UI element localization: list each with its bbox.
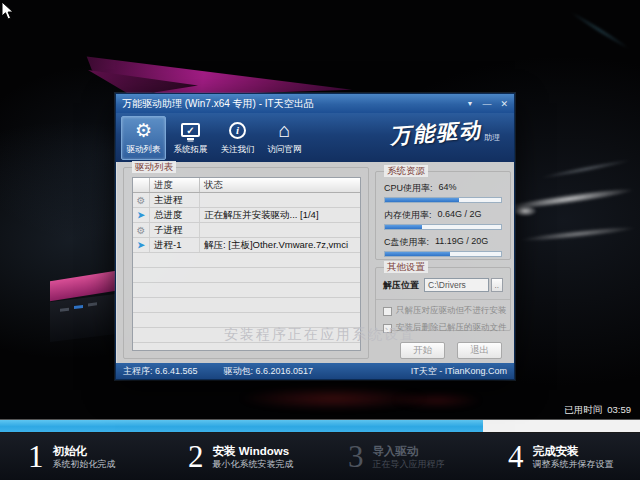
- column-header-progress: 进度: [150, 178, 200, 192]
- gear-icon: ⚙: [133, 223, 150, 237]
- brand-suffix: 助理: [484, 133, 500, 142]
- elapsed-time-label: 已用时间: [564, 404, 602, 415]
- empty-row: [133, 328, 360, 343]
- install-progress-fill: [0, 420, 483, 432]
- wallpaper-taillight-glow: [392, 392, 482, 408]
- arrow-icon: ➤: [133, 238, 150, 252]
- extract-path-input[interactable]: C:\Drivers: [424, 278, 489, 292]
- row-progress: 主进程: [150, 193, 200, 207]
- table-row[interactable]: ⚙ 子进程: [133, 223, 360, 238]
- arrow-icon: ➤: [133, 208, 150, 222]
- gear-icon: ⚙: [133, 193, 150, 207]
- toolbar-label: 驱动列表: [127, 144, 161, 156]
- checkbox-delete-after[interactable]: 安装后删除已解压的驱动文件: [383, 322, 503, 334]
- metric-value: 0.64G / 2G: [438, 209, 482, 222]
- step-install-windows: 2 安装 Windows 最小化系统安装完成: [160, 441, 320, 472]
- toolbar: ⚙ 驱动列表 ✓ 系统拓展 i 关注我们 ⌂ 访问官网 万能驱动助理: [116, 113, 514, 162]
- install-steps-bar: 1 初始化 系统初始化完成 2 安装 Windows 最小化系统安装完成 3 导…: [0, 433, 640, 480]
- toolbar-item-system-expand[interactable]: ✓ 系统拓展: [168, 116, 213, 160]
- laptop-usb-port: [74, 305, 83, 309]
- install-progress-bar: [0, 419, 640, 433]
- elapsed-time: 已用时间03:59: [564, 404, 631, 417]
- step-number: 2: [188, 441, 204, 472]
- table-row[interactable]: ➤ 进程-1 解压: [主板]Other.Vmware.7z,vmci: [133, 238, 360, 253]
- progress-table: 进度 状态 ⚙ 主进程 ➤ 总进度 正在解压并安装驱动... [1/4]: [132, 177, 361, 351]
- toolbar-item-visit-website[interactable]: ⌂ 访问官网: [262, 116, 307, 160]
- group-title: 驱动列表: [132, 161, 176, 173]
- table-row[interactable]: ➤ 总进度 正在解压并安装驱动... [1/4]: [133, 208, 360, 223]
- close-button[interactable]: ✕: [500, 99, 508, 109]
- row-progress: 总进度: [150, 208, 200, 222]
- exit-button[interactable]: 退出: [457, 342, 502, 359]
- step-title: 初始化: [53, 444, 116, 458]
- column-header-status: 状态: [200, 179, 360, 192]
- step-initialize: 1 初始化 系统初始化完成: [0, 441, 160, 472]
- row-progress: 进程-1: [150, 238, 200, 252]
- toolbar-item-follow-us[interactable]: i 关注我们: [215, 116, 260, 160]
- wallpaper-light-streak: [569, 10, 631, 51]
- disk-metric: C盘使用率: 11.19G / 20G: [384, 236, 502, 257]
- group-title: 其他设置: [384, 261, 428, 273]
- empty-row: [133, 253, 360, 268]
- group-title: 系统资源: [384, 165, 428, 177]
- cpu-metric: CPU使用率: 64%: [384, 182, 502, 203]
- memory-usage-bar: [384, 224, 502, 230]
- row-status: 解压: [主板]Other.Vmware.7z,vmci: [200, 239, 360, 252]
- step-title: 导入驱动: [373, 444, 445, 458]
- toolbar-label: 系统拓展: [174, 144, 208, 156]
- toolbar-item-driver-list[interactable]: ⚙ 驱动列表: [121, 116, 166, 160]
- step-title: 完成安装: [533, 444, 614, 458]
- checkbox-icon[interactable]: [383, 307, 392, 316]
- wallpaper-headlight-glow: [512, 205, 538, 217]
- table-row[interactable]: ⚙ 主进程: [133, 193, 360, 208]
- empty-row: [133, 313, 360, 328]
- cpu-usage-bar: [384, 197, 502, 203]
- checkbox-label: 只解压对应驱动但不进行安装: [396, 305, 507, 317]
- toolbar-label: 访问官网: [268, 144, 302, 156]
- wallpaper-laptop-body: [50, 294, 116, 342]
- statusbar: 主程序: 6.6.41.565 驱动包: 6.6.2016.0517 IT天空 …: [116, 363, 514, 379]
- step-subtitle: 系统初始化完成: [53, 458, 116, 470]
- toolbar-label: 关注我们: [221, 144, 255, 156]
- home-icon: ⌂: [278, 117, 290, 143]
- metric-label: 内存使用率:: [384, 209, 432, 222]
- row-progress: 子进程: [150, 223, 200, 237]
- driver-package-version: 驱动包: 6.6.2016.0517: [224, 365, 314, 378]
- minimize-button[interactable]: —: [482, 99, 491, 109]
- browse-button[interactable]: ..: [491, 278, 503, 292]
- dialog-body: 驱动列表 进度 状态 ⚙ 主进程 ➤ 总进度 正在解: [116, 162, 514, 363]
- wallpaper-car-highlight: [540, 157, 631, 180]
- checkbox-icon[interactable]: [383, 324, 392, 333]
- empty-row: [133, 268, 360, 283]
- step-number: 3: [348, 441, 364, 472]
- checkbox-extract-only[interactable]: 只解压对应驱动但不进行安装: [383, 305, 503, 317]
- desktop: 安装程序正在应用系统设置 万能驱动助理 (Win7.x64 专用) - IT天空…: [0, 0, 640, 480]
- divider: [376, 299, 510, 300]
- step-number: 4: [508, 441, 524, 472]
- step-subtitle: 最小化系统安装完成: [213, 458, 294, 470]
- window-controls: ▼ — ✕: [467, 99, 508, 109]
- empty-row: [133, 283, 360, 298]
- main-program-version: 主程序: 6.6.41.565: [123, 365, 198, 378]
- system-resources-group: 系统资源 CPU使用率: 64% 内存使用率: 0.64G / 2G: [375, 171, 511, 260]
- step-subtitle: 正在导入应用程序: [373, 458, 445, 470]
- metric-value: 11.19G / 20G: [435, 236, 488, 249]
- info-icon: i: [229, 117, 246, 143]
- driver-list-group: 驱动列表 进度 状态 ⚙ 主进程 ➤ 总进度 正在解: [123, 167, 369, 359]
- monitor-check-icon: ✓: [181, 117, 200, 143]
- table-header: 进度 状态: [133, 178, 360, 193]
- row-status: 正在解压并安装驱动... [1/4]: [200, 209, 360, 222]
- disk-usage-bar: [384, 251, 502, 257]
- step-number: 1: [28, 441, 44, 472]
- step-title: 安装 Windows: [213, 444, 294, 458]
- metric-value: 64%: [439, 182, 457, 195]
- checkbox-label: 安装后删除已解压的驱动文件: [396, 322, 507, 334]
- brand-text: 万能驱动: [389, 116, 483, 150]
- step-import-drivers: 3 导入驱动 正在导入应用程序: [320, 441, 480, 472]
- start-button[interactable]: 开始: [400, 342, 445, 359]
- driver-assistant-window: 万能驱动助理 (Win7.x64 专用) - IT天空出品 ▼ — ✕ ⚙ 驱动…: [115, 93, 515, 380]
- memory-metric: 内存使用率: 0.64G / 2G: [384, 209, 502, 230]
- chevron-down-icon[interactable]: ▼: [467, 99, 474, 109]
- empty-row: [133, 298, 360, 313]
- titlebar[interactable]: 万能驱动助理 (Win7.x64 专用) - IT天空出品 ▼ — ✕: [116, 94, 514, 113]
